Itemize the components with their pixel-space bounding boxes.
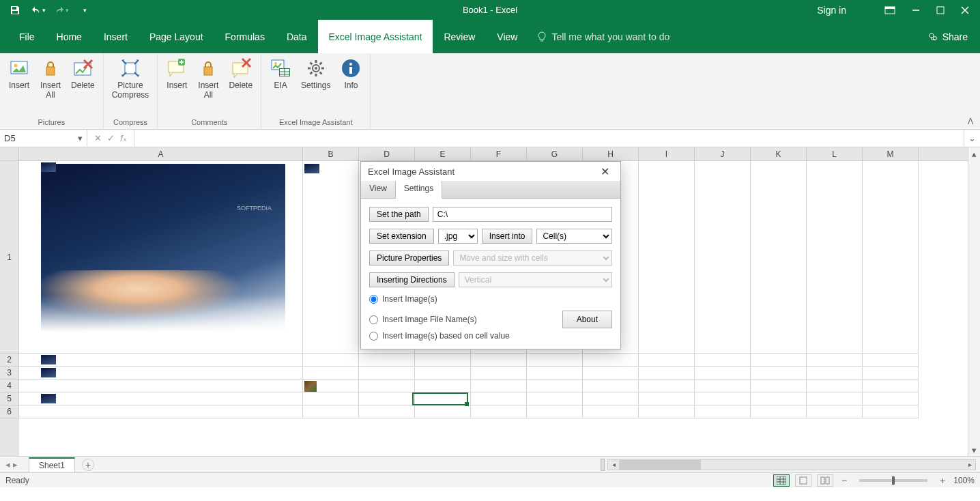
cell[interactable]	[583, 380, 639, 392]
cell[interactable]	[359, 380, 415, 392]
cell[interactable]	[527, 405, 583, 418]
insert-button[interactable]: Insert	[162, 56, 192, 101]
cell[interactable]	[639, 405, 695, 418]
tab-nav-next-button[interactable]: ▸	[13, 459, 18, 470]
cell[interactable]	[303, 405, 359, 418]
dialog-titlebar[interactable]: Excel Image Assistant ✕	[361, 162, 620, 181]
column-header-D[interactable]: D	[359, 147, 415, 160]
delete-button[interactable]: Delete	[225, 56, 257, 101]
cell[interactable]	[19, 367, 303, 380]
cell[interactable]	[639, 380, 695, 392]
cell[interactable]	[639, 367, 695, 380]
enter-formula-button[interactable]: ✓	[107, 133, 115, 143]
about-button[interactable]: About	[562, 311, 612, 328]
cell[interactable]	[19, 380, 303, 392]
cell[interactable]	[695, 161, 751, 354]
tab-data[interactable]: Data	[276, 20, 318, 53]
embedded-thumbnail[interactable]	[304, 164, 319, 173]
zoom-out-button[interactable]: −	[839, 475, 850, 486]
cell[interactable]	[639, 161, 695, 354]
cell[interactable]	[863, 392, 919, 405]
sign-in-link[interactable]: Sign in	[817, 5, 846, 16]
eia-button[interactable]: EIA	[265, 56, 296, 91]
tab-excel-image-assistant[interactable]: Excel Image Assistant	[318, 20, 433, 53]
cell[interactable]	[359, 405, 415, 418]
cell[interactable]	[359, 392, 415, 405]
cell[interactable]	[807, 354, 863, 367]
cell[interactable]	[527, 354, 583, 367]
cell[interactable]	[471, 405, 527, 418]
inserting-directions-button[interactable]: Inserting Directions	[369, 272, 455, 287]
ribbon-display-options-button[interactable]	[884, 6, 895, 14]
cell[interactable]	[695, 367, 751, 380]
row-header-1[interactable]: 1	[0, 161, 19, 354]
cell[interactable]	[751, 380, 807, 392]
cell[interactable]	[807, 367, 863, 380]
maximize-button[interactable]	[936, 6, 945, 14]
collapse-ribbon-button[interactable]: ᐱ	[968, 117, 973, 126]
normal-view-button[interactable]	[773, 474, 790, 487]
cell[interactable]	[19, 405, 303, 418]
customize-qat-button[interactable]: ▾	[75, 2, 94, 18]
cell[interactable]	[527, 380, 583, 392]
column-header-H[interactable]: H	[583, 147, 639, 160]
insert-into-button[interactable]: Insert into	[482, 229, 533, 244]
cell[interactable]	[415, 367, 471, 380]
zoom-level[interactable]: 100%	[953, 476, 975, 485]
column-header-B[interactable]: B	[303, 147, 359, 160]
undo-button[interactable]: ▾	[29, 2, 48, 18]
column-header-F[interactable]: F	[471, 147, 527, 160]
tab-scroll-split[interactable]	[601, 459, 605, 471]
settings-button[interactable]: Settings	[297, 56, 334, 91]
column-header-L[interactable]: L	[807, 147, 863, 160]
cell[interactable]	[471, 380, 527, 392]
save-button[interactable]	[5, 2, 25, 18]
insert-all-button[interactable]: InsertAll	[35, 56, 66, 101]
insert-all-button[interactable]: InsertAll	[193, 56, 223, 101]
new-sheet-button[interactable]: +	[82, 459, 94, 471]
cell[interactable]	[359, 367, 415, 380]
page-break-view-button[interactable]	[817, 474, 833, 487]
cell[interactable]	[863, 161, 919, 354]
cell[interactable]	[807, 405, 863, 418]
row-header-6[interactable]: 6	[0, 405, 19, 418]
cell[interactable]	[695, 405, 751, 418]
cell[interactable]	[751, 367, 807, 380]
scroll-right-button[interactable]: ▸	[964, 461, 975, 468]
embedded-thumbnail[interactable]	[41, 368, 56, 377]
cell[interactable]	[415, 405, 471, 418]
cell[interactable]	[639, 392, 695, 405]
cancel-formula-button[interactable]: ✕	[94, 133, 102, 143]
cell[interactable]	[19, 354, 303, 367]
dialog-close-button[interactable]: ✕	[596, 164, 614, 180]
column-header-I[interactable]: I	[639, 147, 695, 160]
column-header-M[interactable]: M	[863, 147, 919, 160]
embedded-thumbnail[interactable]	[41, 394, 56, 403]
cell[interactable]	[303, 367, 359, 380]
cell[interactable]	[583, 367, 639, 380]
scroll-up-button[interactable]: ▴	[968, 147, 980, 160]
cell[interactable]	[415, 392, 471, 405]
sheet-tab-sheet1[interactable]: Sheet1	[29, 457, 75, 472]
row-header-4[interactable]: 4	[0, 380, 19, 392]
tab-insert[interactable]: Insert	[93, 20, 139, 53]
insert-into-select[interactable]: Cell(s)	[536, 229, 612, 244]
cell[interactable]	[471, 367, 527, 380]
cell[interactable]	[303, 354, 359, 367]
page-layout-view-button[interactable]	[795, 474, 811, 487]
cell[interactable]	[415, 380, 471, 392]
extension-select[interactable]: .jpg	[438, 229, 478, 244]
row-header-5[interactable]: 5	[0, 392, 19, 405]
tell-me-search[interactable]: Tell me what you want to do	[536, 20, 669, 53]
cell[interactable]	[863, 405, 919, 418]
scroll-left-button[interactable]: ◂	[608, 461, 619, 468]
insert-filenames-radio[interactable]	[369, 315, 378, 324]
vertical-scrollbar[interactable]: ▴ ▾	[968, 147, 980, 456]
cell[interactable]	[471, 392, 527, 405]
cell[interactable]	[527, 392, 583, 405]
column-header-K[interactable]: K	[751, 147, 807, 160]
cell[interactable]	[583, 392, 639, 405]
name-box[interactable]: D5 ▾	[0, 130, 87, 147]
path-input[interactable]	[433, 207, 612, 222]
cell[interactable]	[359, 354, 415, 367]
